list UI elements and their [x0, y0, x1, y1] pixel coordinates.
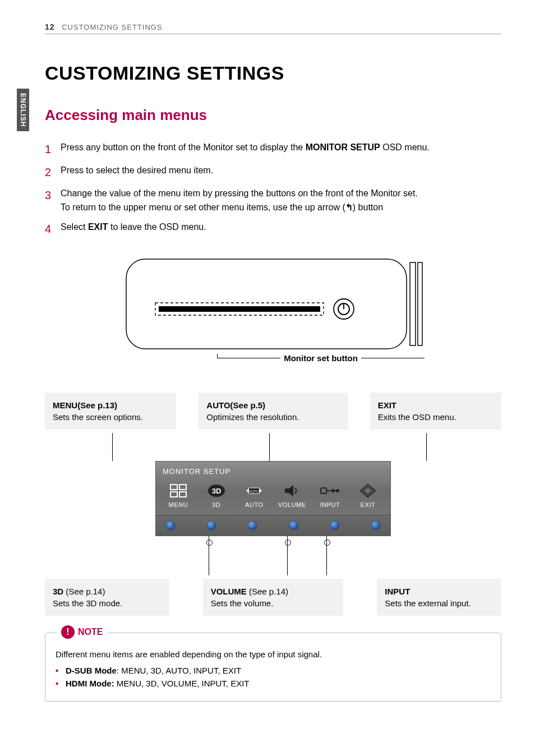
three-d-icon: 3D	[204, 483, 229, 498]
osd-label: INPUT	[315, 501, 344, 508]
svg-marker-18	[285, 485, 293, 496]
osd-label: AUTO	[239, 501, 269, 508]
step-text: Press any button on the front of the Mon…	[61, 141, 430, 155]
alert-icon: !	[61, 625, 75, 639]
osd-button-row	[156, 515, 390, 536]
step-text: Select EXIT to leave the OSD menu.	[61, 220, 206, 234]
info-box-auto: AUTO(See p.5) Optimizes the resolution.	[199, 393, 347, 430]
svg-point-21	[336, 489, 339, 492]
osd-title: MONITOR SETUP	[163, 467, 384, 476]
step-number: 4	[45, 220, 61, 238]
leader-lines-bottom	[155, 536, 391, 575]
svg-text:AUTO: AUTO	[250, 490, 259, 493]
diagram-caption: Monitor set button	[280, 353, 361, 363]
step-number: 3	[45, 187, 61, 204]
osd-label: EXIT	[353, 501, 382, 508]
page-title: CUSTOMIZING SETTINGS	[45, 62, 501, 84]
auto-icon: AUTO	[242, 483, 266, 498]
svg-rect-0	[126, 259, 407, 349]
info-box-menu: MENU(See p.13) Sets the screen options.	[45, 393, 176, 430]
exit-icon	[356, 483, 380, 498]
info-box-volume: VOLUME (See p.14) Sets the volume.	[203, 579, 344, 616]
leader-lines-top	[45, 433, 501, 461]
input-icon	[317, 483, 342, 498]
osd-button	[371, 521, 380, 530]
osd-button	[166, 521, 175, 530]
svg-marker-20	[332, 488, 336, 493]
osd-label: VOLUME	[278, 501, 307, 508]
note-item: D-SUB Mode: MENU, 3D, AUTO, INPUT, EXIT	[56, 664, 491, 677]
language-tab: ENGLISH	[17, 89, 29, 131]
svg-rect-8	[170, 485, 177, 490]
info-boxes-bottom: 3D (See p.14) Sets the 3D mode. VOLUME (…	[45, 579, 501, 616]
section-title: Accessing main menus	[45, 107, 501, 124]
step-text: Press to select the desired menu item.	[61, 164, 213, 178]
osd-button	[207, 521, 216, 530]
svg-marker-23	[363, 487, 372, 495]
up-arrow-icon: ↰	[345, 202, 353, 212]
osd-button	[248, 521, 257, 530]
info-box-3d: 3D (See p.14) Sets the 3D mode.	[45, 579, 169, 616]
note-item: HDMI Mode: MENU, 3D, VOLUME, INPUT, EXIT	[56, 677, 491, 690]
diagram-caption-line: Monitor set button	[217, 358, 425, 370]
running-title: CUSTOMIZING SETTINGS	[62, 23, 162, 31]
svg-marker-17	[259, 488, 262, 493]
osd-panel: MONITOR SETUP 3D AUTO	[155, 461, 391, 536]
osd-panel-wrap: MONITOR SETUP 3D AUTO	[155, 461, 391, 575]
note-badge: ! NOTE	[57, 625, 107, 639]
osd-button	[289, 521, 298, 530]
step-number: 2	[45, 164, 61, 181]
step-text: Change the value of the menu item by pre…	[61, 187, 418, 215]
note-intro: Different menu items are enabled dependi…	[56, 648, 491, 661]
svg-rect-2	[418, 262, 422, 345]
info-box-input: INPUT Sets the external input.	[377, 579, 501, 616]
svg-rect-11	[179, 492, 186, 497]
svg-rect-4	[159, 306, 320, 312]
note-box: ! NOTE Different menu items are enabled …	[45, 633, 501, 702]
volume-icon	[280, 483, 305, 498]
step-number: 1	[45, 141, 61, 158]
svg-marker-16	[246, 488, 249, 493]
menu-icon	[166, 483, 191, 498]
running-header: 12 CUSTOMIZING SETTINGS	[45, 22, 501, 34]
svg-rect-9	[179, 485, 186, 490]
steps-list: 1 Press any button on the front of the M…	[45, 141, 501, 238]
svg-rect-1	[410, 262, 416, 345]
svg-text:3D: 3D	[211, 487, 221, 495]
info-boxes-top: MENU(See p.13) Sets the screen options. …	[45, 393, 501, 430]
svg-rect-19	[321, 488, 326, 494]
osd-label: 3D	[202, 501, 231, 508]
info-box-exit: EXIT Exits the OSD menu.	[370, 393, 501, 430]
osd-button	[330, 521, 339, 530]
page-number: 12	[45, 22, 55, 31]
monitor-front-diagram: Monitor set button	[122, 255, 425, 370]
svg-rect-10	[170, 492, 177, 497]
osd-label: MENU	[164, 501, 193, 508]
